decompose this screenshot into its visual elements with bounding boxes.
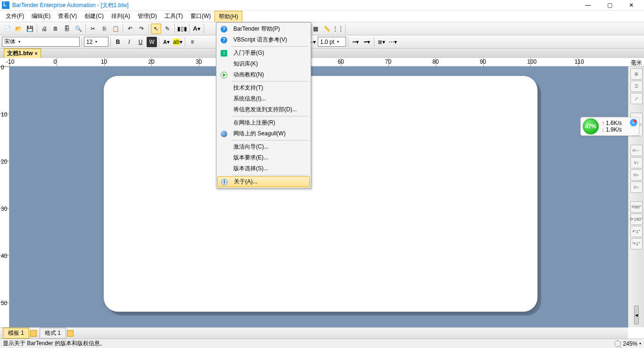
status-text: 显示关于 BarTender 的版本和版权信息。 (3, 340, 106, 348)
label-canvas[interactable] (104, 76, 537, 312)
help-menu-item-label: 激活向导(C)... (231, 143, 310, 151)
format-add-icon[interactable] (67, 330, 74, 337)
line-weight-combo[interactable]: 1.0 pt▾ (318, 37, 346, 47)
help-menu-item[interactable]: ?入门手册(G) (217, 48, 310, 58)
info-icon: i (221, 179, 228, 185)
paste-button[interactable]: 📋 (110, 24, 121, 34)
menu-w[interactable]: 窗口(W) (187, 11, 215, 22)
bold-button[interactable]: B (113, 37, 123, 47)
help-menu-item-label: 在网络上注册(R) (231, 119, 310, 127)
help-menu-item[interactable]: 将信息发送到支持部(D)... (217, 104, 310, 115)
redo-button[interactable]: ↷ (136, 24, 147, 34)
help-menu-item[interactable]: 激活向导(C)... (217, 141, 310, 152)
barcode-tool[interactable]: ▮▯▮ (177, 24, 187, 34)
menu-f[interactable]: 文件(F) (2, 11, 28, 22)
canvas-area[interactable] (9, 66, 628, 327)
arrange-button-2[interactable]: ⤢ (630, 93, 643, 104)
document-tab-label: 文档1.btw (7, 50, 33, 58)
help-menu-item[interactable]: 技术支持(T) (217, 83, 310, 93)
font-color-button[interactable]: A▾ (161, 37, 172, 47)
arrange-button-1[interactable]: ☰ (630, 81, 643, 92)
pointer-tool[interactable]: ↖ (151, 24, 161, 34)
menu-e[interactable]: 编辑(E) (28, 11, 54, 22)
panel-collapse-button[interactable]: ◀ (634, 306, 639, 324)
help-menu-item[interactable]: 版本要求(E)... (217, 152, 310, 163)
arrange-button-5[interactable]: H↔ (630, 145, 643, 156)
help-menu-item[interactable]: 知识库(K) (217, 58, 310, 69)
help-menu-item[interactable]: 版本选择(S)... (217, 163, 310, 174)
font-name-combo[interactable]: 宋体▾ (2, 37, 80, 47)
menu-c[interactable]: 创建(C) (81, 11, 107, 22)
italic-button[interactable]: I (124, 37, 134, 47)
toolbar-format: 宋体▾ 12▾ B I U W A▾ ab▾ ≡ ―▾ 1.0 pt▾ ┅▾ ━… (0, 35, 644, 49)
globe-icon (221, 131, 227, 137)
help-menu-item[interactable]: ?BarTender 帮助(P) (217, 24, 310, 34)
snap-tool[interactable]: ⋮⋮ (333, 24, 343, 34)
arrange-button-11[interactable]: ↶1° (630, 226, 643, 237)
help-menu-item[interactable]: 动画教程(N) (217, 69, 310, 80)
align-left-button[interactable]: ≡ (187, 37, 198, 47)
arrange-button-7[interactable]: H= (630, 169, 643, 181)
menu-d[interactable]: 管理(D) (134, 11, 161, 22)
help-menu-item-label: 系统信息(I)... (231, 95, 310, 103)
menu-h[interactable]: 帮助(H) (215, 11, 242, 22)
minimize-button[interactable]: — (577, 0, 599, 11)
cut-button[interactable]: ✂ (88, 24, 98, 34)
maximize-button[interactable]: ▢ (599, 0, 620, 11)
zoom-control[interactable]: 245% ▾ (614, 340, 641, 347)
open-button[interactable]: 📂 (13, 24, 24, 34)
grid-tool[interactable]: ▦ (310, 24, 321, 34)
print-preview-button[interactable]: 🗎 (50, 24, 61, 34)
arrange-button-12[interactable]: ↷1° (630, 238, 643, 249)
help-menu-item[interactable]: 网络上的 Seagull(W) (217, 128, 310, 139)
line-button[interactable]: ━▾ (362, 37, 372, 47)
inverse-button[interactable]: W (147, 37, 157, 47)
network-monitor-overlay[interactable]: 47% 1.6K/s 1.9K/s + (580, 117, 639, 136)
arrange-button-6[interactable]: V↕ (630, 157, 643, 168)
undo-button[interactable]: ↶ (125, 24, 135, 34)
help-menu-item-label: 版本选择(S)... (231, 165, 310, 173)
help-menu-item[interactable]: ?VBScript 语言参考(V) (217, 34, 310, 45)
ruler-unit-label: 毫米 (631, 59, 642, 66)
arrange-button-0[interactable]: ⊞ (630, 68, 643, 80)
dash-style-button[interactable]: ┅▾ (350, 37, 361, 47)
preview-button[interactable]: 🔍 (73, 24, 83, 34)
expand-button[interactable]: + (630, 119, 637, 126)
help-menu-item-label: BarTender 帮助(P) (231, 25, 310, 33)
database-button[interactable]: 🗄 (62, 24, 72, 34)
text-tool[interactable]: ✎ (162, 24, 173, 34)
arrange-button-9[interactable]: ⟲90° (630, 201, 643, 213)
menu-t[interactable]: 工具(T) (161, 11, 187, 22)
font-size-combo[interactable]: 12▾ (84, 37, 108, 47)
arrange-button-10[interactable]: ⟳180° (630, 214, 643, 225)
ruler-tool[interactable]: 📏 (322, 24, 332, 34)
book-icon: ? (221, 50, 227, 57)
menu-v[interactable]: 查看(V) (54, 11, 81, 22)
underline-button[interactable]: U (135, 37, 146, 47)
new-button[interactable]: 📄 (2, 24, 12, 34)
insert-text-button[interactable]: A▾ (191, 24, 202, 34)
template-add-icon[interactable] (30, 330, 37, 337)
help-menu-item[interactable]: i关于(A)... (217, 176, 310, 187)
align-button[interactable]: ≣▾ (376, 37, 387, 47)
format-tab[interactable]: 格式 1 (40, 328, 66, 339)
help-menu-item[interactable]: 在网络上注册(R) (217, 117, 310, 128)
help-menu-item[interactable]: 系统信息(I)... (217, 93, 310, 104)
arrange-button-8[interactable]: V= (630, 182, 643, 193)
document-tab[interactable]: 文档1.btw × (4, 49, 41, 58)
zoom-icon (614, 340, 621, 347)
save-button[interactable]: 💾 (25, 24, 35, 34)
print-button[interactable]: 🖨 (39, 24, 50, 34)
copy-button[interactable]: ⎘ (99, 24, 109, 34)
close-button[interactable]: ✕ (620, 0, 642, 11)
more-button[interactable]: ⋯▾ (388, 37, 398, 47)
highlight-button[interactable]: ab▾ (173, 37, 183, 47)
document-tab-close-icon[interactable]: × (35, 51, 38, 56)
help-menu-item-label: 动画教程(N) (231, 71, 310, 79)
cpu-gauge-icon: 47% (583, 118, 599, 134)
statusbar: 显示关于 BarTender 的版本和版权信息。 245% ▾ (0, 339, 644, 348)
help-menu-item-label: 技术支持(T) (231, 84, 310, 92)
template-tab[interactable]: 模板 1 (3, 328, 29, 339)
menu-a[interactable]: 排列(A) (107, 11, 134, 22)
help-menu-item-label: 关于(A)... (231, 178, 309, 186)
